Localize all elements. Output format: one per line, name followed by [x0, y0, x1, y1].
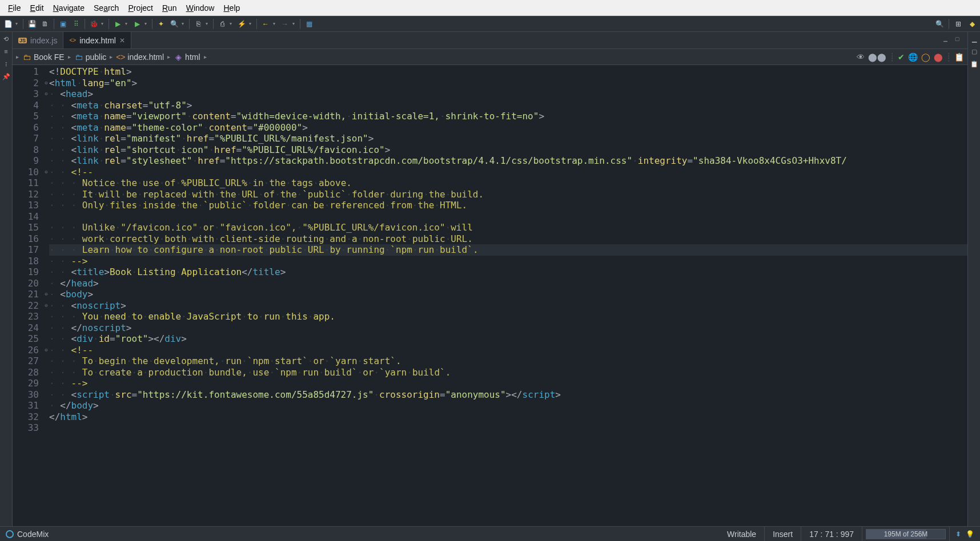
chevron-right-icon: ▸: [167, 54, 170, 60]
minimize-icon[interactable]: ▁: [943, 36, 953, 45]
maximize-view-icon[interactable]: ▢: [970, 47, 979, 56]
quick-search-icon[interactable]: 🔍: [934, 18, 945, 30]
bc-folder[interactable]: 🗀 public: [74, 53, 107, 62]
record-icon[interactable]: ⬤: [934, 53, 943, 62]
pin-icon[interactable]: 📌: [2, 72, 11, 81]
check-icon[interactable]: ✔: [898, 53, 905, 62]
restore-icon[interactable]: ⟲: [2, 34, 11, 43]
menu-run[interactable]: Run: [158, 1, 182, 15]
tool-c[interactable]: ⚡: [236, 18, 247, 30]
line-numbers: 1234567891011121314151617181920212223242…: [13, 65, 43, 526]
code-editor[interactable]: 1234567891011121314151617181920212223242…: [13, 65, 967, 526]
run-last-button[interactable]: ▶: [131, 18, 143, 30]
filter-icon[interactable]: ⫶: [2, 59, 11, 68]
eye-icon[interactable]: 👁: [857, 53, 865, 62]
divider: ┊: [890, 53, 894, 62]
save-button[interactable]: 💾: [26, 18, 38, 30]
minimize-view-icon[interactable]: ▁: [970, 34, 979, 43]
menu-bar: File Edit Navigate Search Project Run Wi…: [0, 0, 980, 16]
status-memory[interactable]: 195M of 256M: [862, 527, 950, 541]
folder-icon: 🗀: [22, 53, 31, 62]
clipboard-icon[interactable]: 📋: [954, 53, 964, 62]
menu-window[interactable]: Window: [182, 1, 219, 15]
breadcrumb: ▸ 🗀 Book FE ▸ 🗀 public ▸ <> index.html ▸…: [13, 49, 967, 65]
divider: ┊: [946, 53, 951, 62]
right-gutter: ▁ ▢ 📋: [967, 32, 980, 526]
menu-file[interactable]: File: [3, 1, 26, 15]
new-project-button[interactable]: ✦: [155, 18, 167, 30]
chevron-right-icon: ▸: [204, 54, 207, 60]
bc-project[interactable]: 🗀 Book FE: [22, 53, 65, 62]
folder-icon: 🗀: [74, 53, 83, 62]
maximize-icon[interactable]: ▢: [955, 36, 964, 45]
status-position[interactable]: 17 : 71 : 997: [801, 527, 862, 541]
debug-button[interactable]: 🐞: [88, 18, 99, 30]
packs-button[interactable]: ⠿: [70, 18, 82, 30]
menu-navigate[interactable]: Navigate: [49, 1, 89, 15]
search-button[interactable]: 🔍: [168, 18, 180, 30]
outline-icon[interactable]: ≡: [2, 47, 11, 56]
codemix-icon: [6, 530, 14, 538]
toolbar: 📄 ▾ 💾 🗎 ▣ ⠿ 🐞 ▾ ▶ ▾ ▶ ▾ ✦ 🔍 ▾ ⎘ ▾ ⎙ ▾ ⚡ …: [0, 16, 980, 32]
status-bar: CodeMix Writable Insert 17 : 71 : 997 19…: [0, 526, 980, 541]
perspective-button[interactable]: ▦: [303, 18, 315, 30]
code-area[interactable]: <!DOCTYPE·html><html·lang="en">· <head>·…: [49, 65, 967, 526]
main-area: ⟲ ≡ ⫶ 📌 JS index.js <> index.html ✕ ▁ ▢ …: [0, 32, 980, 526]
toggle-icon[interactable]: ⬤⬤: [868, 53, 886, 62]
tool-b[interactable]: ⎙: [216, 18, 228, 30]
bc-element[interactable]: ◈ html: [174, 53, 200, 62]
chrome-icon[interactable]: ◯: [921, 53, 930, 62]
menu-project[interactable]: Project: [123, 1, 158, 15]
bc-file[interactable]: <> index.html: [116, 53, 164, 62]
js-icon: JS: [18, 38, 27, 43]
updates-icon[interactable]: ⬍: [955, 530, 961, 538]
tab-index-js[interactable]: JS index.js: [13, 32, 63, 49]
run-button[interactable]: ▶: [112, 18, 123, 30]
tab-label: index.js: [30, 36, 57, 45]
save-all-button[interactable]: 🗎: [39, 18, 51, 30]
search-dropdown[interactable]: ▾: [182, 21, 186, 26]
chevron-right-icon[interactable]: ▸: [16, 54, 19, 60]
debug-dropdown[interactable]: ▾: [101, 21, 106, 26]
status-insert[interactable]: Insert: [765, 527, 801, 541]
open-perspective-button[interactable]: ⊞: [953, 18, 964, 30]
status-writable[interactable]: Writable: [719, 527, 765, 541]
run-dropdown[interactable]: ▾: [125, 21, 130, 26]
tab-index-html[interactable]: <> index.html ✕: [63, 32, 131, 49]
menu-search[interactable]: Search: [89, 1, 123, 15]
status-codemix[interactable]: CodeMix: [0, 530, 54, 539]
menu-help[interactable]: Help: [219, 1, 244, 15]
html-icon: <>: [69, 37, 76, 43]
tab-label: index.html: [79, 36, 116, 45]
codemix-perspective-button[interactable]: ◆: [966, 18, 978, 30]
tip-icon[interactable]: 💡: [966, 530, 974, 538]
new-dropdown[interactable]: ▾: [15, 21, 20, 26]
chevron-right-icon: ▸: [68, 54, 71, 60]
close-icon[interactable]: ✕: [119, 37, 125, 45]
new-button[interactable]: 📄: [2, 18, 14, 30]
back-button[interactable]: ←: [260, 18, 271, 30]
menu-edit[interactable]: Edit: [26, 1, 49, 15]
terminal-button[interactable]: ▣: [57, 18, 69, 30]
fold-gutter: ⊖⊖⊖⊖⊖⊖: [43, 65, 49, 526]
element-icon: ◈: [174, 53, 183, 62]
left-gutter: ⟲ ≡ ⫶ 📌: [0, 32, 13, 526]
tab-bar: JS index.js <> index.html ✕ ▁ ▢: [13, 32, 967, 49]
tool-a[interactable]: ⎘: [192, 18, 204, 30]
globe-icon[interactable]: 🌐: [908, 53, 918, 62]
file-icon: <>: [116, 53, 125, 62]
run-last-dropdown[interactable]: ▾: [144, 21, 149, 26]
chevron-right-icon: ▸: [110, 54, 113, 60]
task-icon[interactable]: 📋: [970, 59, 979, 68]
forward-button[interactable]: →: [279, 18, 291, 30]
